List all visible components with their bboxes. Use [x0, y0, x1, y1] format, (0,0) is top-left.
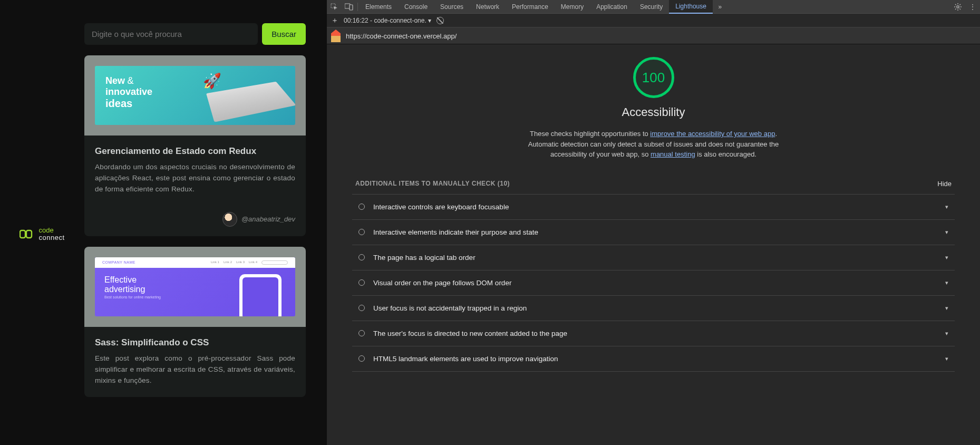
status-icon	[358, 305, 365, 311]
svg-line-11	[959, 8, 960, 9]
tab-performance[interactable]: Performance	[506, 0, 555, 14]
chevron-down-icon: ▾	[945, 229, 948, 236]
card-thumbnail: COMPANY NAME Link 1 Link 2 Link 3 Link 4…	[95, 257, 295, 316]
improve-accessibility-link[interactable]: improve the accessibility of your web ap…	[650, 130, 775, 138]
status-icon	[358, 355, 365, 362]
svg-rect-1	[26, 230, 32, 238]
report-selector[interactable]: 00:16:22 - code-connect-one. ▾	[344, 17, 431, 24]
card-description: Abordando um dos aspectos cruciais no de…	[95, 162, 295, 195]
phone-graphic	[239, 274, 282, 316]
avatar	[222, 212, 237, 227]
devtools-pane: Elements Console Sources Network Perform…	[327, 0, 980, 445]
chevron-down-icon: ▾	[945, 355, 948, 362]
search-button[interactable]: Buscar	[262, 23, 306, 45]
device-emulation-icon[interactable]	[342, 0, 356, 14]
mini-search-icon	[261, 260, 288, 265]
app-pane: code connect Buscar New & innovative ide…	[0, 0, 327, 445]
logo[interactable]: code connect	[20, 23, 64, 445]
chevron-down-icon: ▾	[945, 279, 948, 286]
more-tabs-icon[interactable]: »	[713, 0, 727, 14]
chevron-down-icon: ▾	[945, 254, 948, 261]
audit-row[interactable]: Interactive controls are keyboard focusa…	[352, 195, 955, 220]
url-bar: https://code-connect-one.vercel.app/	[327, 27, 980, 44]
chevron-down-icon: ▾	[945, 204, 948, 210]
settings-icon[interactable]	[950, 0, 965, 14]
category-description: These checks highlight opportunities to …	[517, 129, 791, 160]
search-row: Buscar	[84, 23, 306, 45]
lighthouse-icon	[331, 30, 341, 42]
audit-list: Interactive controls are keyboard focusa…	[352, 194, 955, 372]
tested-url: https://code-connect-one.vercel.app/	[346, 32, 457, 40]
rocket-icon: 🚀	[203, 72, 221, 90]
card-title: Sass: Simplificando o CSS	[95, 337, 295, 348]
post-card[interactable]: New & innovative ideas 🚀 Gerenciamento d…	[84, 55, 306, 236]
author-handle: @anabeatriz_dev	[241, 215, 295, 223]
status-icon	[358, 254, 365, 260]
sidebar: code connect	[0, 23, 84, 445]
card-description: Este post explora como o pré-processador…	[95, 353, 295, 386]
chevron-down-icon: ▾	[945, 305, 948, 312]
manual-section-header: ADDITIONAL ITEMS TO MANUALLY CHECK (10) …	[352, 180, 955, 188]
lighthouse-report: 100 Accessibility These checks highlight…	[327, 44, 980, 445]
status-icon	[358, 229, 365, 235]
audit-row[interactable]: User focus is not accidentally trapped i…	[352, 296, 955, 321]
audit-row[interactable]: Visual order on the page follows DOM ord…	[352, 270, 955, 296]
tab-elements[interactable]: Elements	[359, 0, 398, 14]
card-cover: New & innovative ideas 🚀	[84, 55, 306, 136]
chevron-down-icon: ▾	[945, 330, 948, 337]
card-footer: @anabeatriz_dev	[84, 206, 306, 236]
tab-application[interactable]: Application	[590, 0, 634, 14]
gauge-circle: 100	[633, 57, 674, 98]
audit-row[interactable]: HTML5 landmark elements are used to impr…	[352, 346, 955, 372]
tab-memory[interactable]: Memory	[555, 0, 590, 14]
tab-lighthouse[interactable]: Lighthouse	[669, 0, 713, 14]
svg-line-13	[959, 4, 960, 5]
logo-icon	[20, 227, 35, 241]
post-card[interactable]: COMPANY NAME Link 1 Link 2 Link 3 Link 4…	[84, 247, 306, 397]
status-icon	[358, 204, 365, 210]
svg-line-12	[955, 8, 956, 9]
logo-text-2: connect	[38, 234, 64, 241]
gauge-label: Accessibility	[622, 105, 685, 119]
tab-network[interactable]: Network	[470, 0, 506, 14]
main-content: Buscar New & innovative ideas 🚀 Gerencia…	[84, 23, 327, 445]
tab-console[interactable]: Console	[398, 0, 434, 14]
svg-point-5	[957, 5, 959, 7]
svg-rect-4	[350, 5, 353, 10]
svg-line-10	[955, 4, 956, 5]
card-cover: COMPANY NAME Link 1 Link 2 Link 3 Link 4…	[84, 247, 306, 327]
new-report-icon[interactable]: ＋	[331, 16, 338, 25]
manual-testing-link[interactable]: manual testing	[651, 150, 695, 158]
devtools-tabs: Elements Console Sources Network Perform…	[327, 0, 980, 14]
kebab-menu-icon[interactable]: ⋮	[965, 0, 980, 14]
section-title: ADDITIONAL ITEMS TO MANUALLY CHECK (10)	[355, 180, 510, 187]
card-thumbnail: New & innovative ideas 🚀	[95, 66, 295, 125]
audit-row[interactable]: The user's focus is directed to new cont…	[352, 321, 955, 346]
svg-rect-0	[20, 230, 25, 238]
lighthouse-toolbar: ＋ 00:16:22 - code-connect-one. ▾	[327, 14, 980, 27]
inspect-icon[interactable]	[327, 0, 342, 14]
logo-text-1: code	[38, 227, 64, 234]
status-icon	[358, 279, 365, 286]
tab-security[interactable]: Security	[634, 0, 669, 14]
search-input[interactable]	[84, 23, 258, 45]
audit-row[interactable]: Interactive elements indicate their purp…	[352, 220, 955, 245]
status-icon	[358, 330, 365, 336]
tab-sources[interactable]: Sources	[434, 0, 470, 14]
audit-row[interactable]: The page has a logical tab order ▾	[352, 245, 955, 270]
clear-icon[interactable]	[436, 17, 444, 24]
hide-button[interactable]: Hide	[937, 180, 952, 188]
score-gauge[interactable]: 100 Accessibility	[352, 57, 955, 119]
card-title: Gerenciamento de Estado com Redux	[95, 146, 295, 157]
